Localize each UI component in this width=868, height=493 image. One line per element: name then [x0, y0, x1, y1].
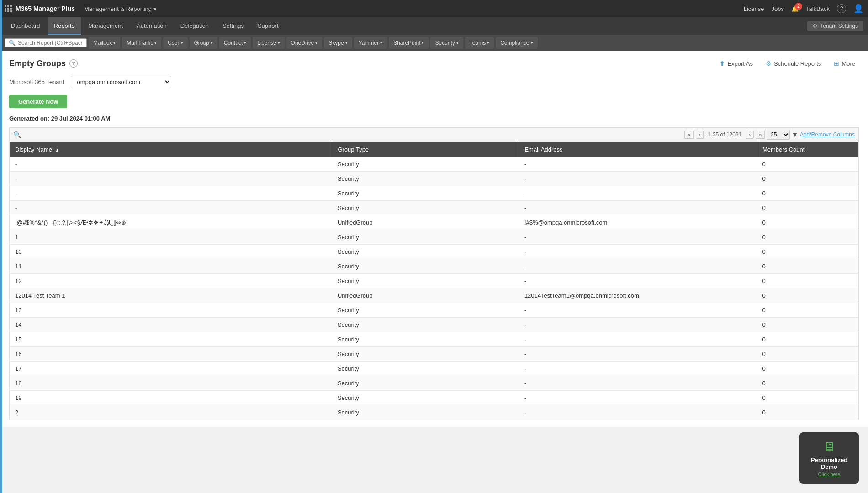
contact-filter[interactable]: Contact ▾ — [219, 37, 251, 49]
search-report-input[interactable] — [18, 40, 82, 46]
next-page-button[interactable]: › — [746, 131, 754, 139]
cell-display-name: 11 — [10, 259, 332, 274]
filter-bar: 🔍 Mailbox ▾ Mail Traffic ▾ User ▾ Group … — [0, 35, 868, 51]
table-row[interactable]: - Security - 0 — [10, 201, 859, 215]
per-page-select[interactable]: 25 50 100 — [767, 130, 790, 140]
col-display-name[interactable]: Display Name ▲ — [10, 142, 332, 157]
table-row[interactable]: 19 Security - 0 — [10, 391, 859, 405]
table-row[interactable]: 15 Security - 0 — [10, 332, 859, 347]
cell-group-type: Security — [332, 405, 519, 420]
first-page-button[interactable]: « — [684, 131, 693, 139]
onedrive-filter[interactable]: OneDrive ▾ — [286, 37, 323, 49]
cell-display-name: 14 — [10, 318, 332, 332]
security-filter[interactable]: Security ▾ — [430, 37, 463, 49]
cell-email: - — [519, 303, 757, 318]
table-search-icon[interactable]: 🔍 — [13, 131, 21, 138]
cell-email: - — [519, 259, 757, 274]
pagination-controls: « ‹ 1-25 of 12091 › » 25 50 100 ▼ Add/Re… — [684, 130, 855, 140]
cell-members-count: 0 — [757, 215, 858, 230]
schedule-reports-button[interactable]: ⚙ Schedule Reports — [762, 58, 825, 69]
cell-display-name: 10 — [10, 245, 332, 259]
last-page-button[interactable]: » — [756, 131, 765, 139]
tenant-row: Microsoft 365 Tenant ompqa.onmicrosoft.c… — [9, 76, 859, 88]
cell-email: 12014TestTeam1@ompqa.onmicrosoft.com — [519, 288, 757, 303]
search-report-wrap: 🔍 — [5, 38, 87, 47]
yammer-filter[interactable]: Yammer ▾ — [354, 37, 387, 49]
sort-icon: ▲ — [55, 147, 60, 152]
tenant-settings-button[interactable]: ⚙ Tenant Settings — [807, 21, 863, 31]
table-row[interactable]: 10 Security - 0 — [10, 245, 859, 259]
cell-members-count: 0 — [757, 245, 858, 259]
cell-members-count: 0 — [757, 186, 858, 201]
skype-filter[interactable]: Skype ▾ — [324, 37, 352, 49]
cell-display-name: 17 — [10, 362, 332, 376]
table-row[interactable]: !@#$%^&*()_-{};:.?,|\><§Æ•✲❖✦Ĵﻺ⟦⟧⇔⊛ Unif… — [10, 215, 859, 230]
user-avatar[interactable]: 👤 — [853, 4, 863, 14]
search-icon: 🔍 — [9, 40, 16, 46]
compliance-filter[interactable]: Compliance ▾ — [496, 37, 537, 49]
tenant-select[interactable]: ompqa.onmicrosoft.com — [71, 76, 171, 88]
user-filter[interactable]: User ▾ — [163, 37, 187, 49]
table-body: - Security - 0 - Security - 0 - Security… — [10, 157, 859, 420]
jobs-link[interactable]: Jobs — [772, 5, 784, 12]
mail-traffic-filter[interactable]: Mail Traffic ▾ — [122, 37, 161, 49]
column-filter-icon[interactable]: ▼ — [792, 131, 798, 138]
mailbox-filter[interactable]: Mailbox ▾ — [89, 37, 120, 49]
main-content: Empty Groups ? ⬆ Export As ⚙ Schedule Re… — [0, 51, 868, 427]
license-link[interactable]: License — [744, 5, 764, 12]
table-row[interactable]: 14 Security - 0 — [10, 318, 859, 332]
talkback-link[interactable]: TalkBack — [806, 5, 830, 12]
prev-page-button[interactable]: ‹ — [696, 131, 704, 139]
cell-group-type: Security — [332, 186, 519, 201]
tab-dashboard[interactable]: Dashboard — [5, 17, 47, 35]
tab-settings[interactable]: Settings — [216, 17, 250, 35]
table-row[interactable]: 16 Security - 0 — [10, 347, 859, 362]
add-remove-columns-button[interactable]: Add/Remove Columns — [800, 131, 855, 138]
col-group-type[interactable]: Group Type — [332, 142, 519, 157]
teams-filter[interactable]: Teams ▾ — [465, 37, 494, 49]
table-row[interactable]: 11 Security - 0 — [10, 259, 859, 274]
cell-display-name: 1 — [10, 230, 332, 245]
table-row[interactable]: - Security - 0 — [10, 157, 859, 172]
col-email-address[interactable]: Email Address — [519, 142, 757, 157]
cell-email: - — [519, 230, 757, 245]
notifications-button[interactable]: 🔔 2 — [791, 5, 799, 12]
table-row[interactable]: 1 Security - 0 — [10, 230, 859, 245]
cell-email: !#$%@ompqa.onmicrosoft.com — [519, 215, 757, 230]
license-filter[interactable]: License ▾ — [253, 37, 284, 49]
export-as-button[interactable]: ⬆ Export As — [716, 58, 757, 69]
tab-support[interactable]: Support — [251, 17, 285, 35]
page-title: Empty Groups ? — [9, 59, 78, 68]
notifications-badge: 2 — [795, 3, 802, 10]
tab-reports[interactable]: Reports — [48, 17, 81, 35]
cell-group-type: Security — [332, 172, 519, 186]
table-row[interactable]: 17 Security - 0 — [10, 362, 859, 376]
management-reporting-menu[interactable]: Management & Reporting ▾ — [84, 5, 157, 12]
page-help-icon[interactable]: ? — [69, 59, 78, 68]
more-button[interactable]: ⊞ More — [830, 58, 859, 69]
group-filter[interactable]: Group ▾ — [190, 37, 217, 49]
sharepoint-filter[interactable]: SharePoint ▾ — [389, 37, 429, 49]
table-row[interactable]: 13 Security - 0 — [10, 303, 859, 318]
tab-delegation[interactable]: Delegation — [174, 17, 215, 35]
table-row[interactable]: 2 Security - 0 — [10, 405, 859, 420]
table-row[interactable]: - Security - 0 — [10, 172, 859, 186]
table-row[interactable]: 12 Security - 0 — [10, 274, 859, 288]
table-row[interactable]: - Security - 0 — [10, 186, 859, 201]
tab-automation[interactable]: Automation — [130, 17, 173, 35]
topbar-right: License Jobs 🔔 2 TalkBack ? 👤 — [744, 4, 863, 14]
page-range: 1-25 of 12091 — [705, 131, 744, 138]
help-button[interactable]: ? — [837, 4, 846, 13]
cell-members-count: 0 — [757, 259, 858, 274]
cell-members-count: 0 — [757, 201, 858, 215]
generate-now-button[interactable]: Generate Now — [9, 95, 67, 108]
cell-display-name: 13 — [10, 303, 332, 318]
cell-email: - — [519, 347, 757, 362]
page-actions: ⬆ Export As ⚙ Schedule Reports ⊞ More — [716, 58, 859, 69]
col-members-count[interactable]: Members Count — [757, 142, 858, 157]
cell-email: - — [519, 405, 757, 420]
table-row[interactable]: 12014 Test Team 1 UnifiedGroup 12014Test… — [10, 288, 859, 303]
tab-management[interactable]: Management — [82, 17, 129, 35]
page-title-row: Empty Groups ? ⬆ Export As ⚙ Schedule Re… — [9, 58, 859, 69]
table-row[interactable]: 18 Security - 0 — [10, 376, 859, 391]
